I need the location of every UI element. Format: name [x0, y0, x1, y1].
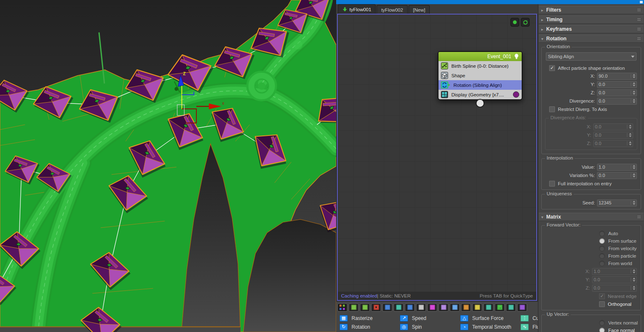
- depot-item-temporal-smooth[interactable]: ◔Temporal Smooth: [460, 323, 520, 331]
- display-color-swatch[interactable]: [513, 91, 519, 98]
- flow-tab-tyflow001[interactable]: tyFlow001: [338, 4, 376, 14]
- spinner-arrows[interactable]: [631, 165, 635, 169]
- restrict-divergence-checkbox[interactable]: Restrict Diverg. To Axis: [543, 105, 639, 113]
- depot-category-13-button[interactable]: [472, 303, 482, 312]
- spinner-value: 0.0: [599, 82, 605, 87]
- rollout-matrix[interactable]: ▾ Matrix: [539, 213, 644, 221]
- spinner-field[interactable]: 1.0: [597, 164, 637, 171]
- spinner-arrows[interactable]: [631, 91, 635, 95]
- depot-category-16-button[interactable]: [506, 303, 516, 312]
- event-output-connector[interactable]: [476, 99, 485, 108]
- spinner-arrows[interactable]: [627, 133, 632, 137]
- enabled-indicator-button[interactable]: [510, 18, 519, 27]
- window-titlebar[interactable]: [336, 0, 644, 4]
- forward-vector-radio-auto[interactable]: Auto: [543, 230, 639, 237]
- spinner-arrows[interactable]: [627, 141, 632, 145]
- nearest-edge-checkbox[interactable]: ✓Nearest edge: [543, 292, 639, 300]
- spinner-arrows[interactable]: [631, 82, 635, 86]
- depot-category-10-button[interactable]: [438, 303, 448, 312]
- radio-label: From world: [608, 261, 632, 266]
- up-vector-radio-face-normal[interactable]: Face normal: [543, 327, 639, 332]
- spinner-field[interactable]: 1.0: [592, 268, 637, 275]
- depot-item-rotation[interactable]: ↻Rotation: [339, 323, 400, 331]
- spinner-arrows[interactable]: [631, 99, 635, 103]
- orthogonal-checkbox[interactable]: Orthogonal: [543, 300, 639, 308]
- depot-category-9-button[interactable]: [427, 303, 437, 312]
- caching-status-link[interactable]: Caching enabled: [341, 293, 377, 298]
- drag-grip-icon[interactable]: [637, 18, 641, 22]
- spinner-arrows[interactable]: [631, 278, 635, 282]
- refresh-button[interactable]: [521, 18, 530, 27]
- spinner-field[interactable]: 0.0: [597, 89, 637, 96]
- rollout-keyframes[interactable]: ▸Keyframes: [539, 25, 644, 33]
- spinner-field[interactable]: 12345: [597, 199, 637, 207]
- depot-category-8-button[interactable]: [416, 303, 426, 312]
- rollout-timing[interactable]: ▸Timing: [539, 15, 644, 24]
- spinner-arrows[interactable]: [631, 74, 635, 78]
- event-operator-row[interactable]: Shape: [438, 71, 522, 80]
- depot-item-surface-force[interactable]: △Surface Force: [460, 314, 520, 322]
- forward-vector-radio-from-particle[interactable]: From particle: [543, 252, 639, 260]
- depot-category-17-button[interactable]: [517, 303, 527, 312]
- depot-category-15-button[interactable]: →: [495, 303, 505, 312]
- application-window: Z y x tyFlow001tyFlow002[New] Caching en…: [0, 0, 644, 332]
- depot-item-flu[interactable]: ∿Flu: [520, 323, 538, 331]
- depot-category-toolbar: ×→: [336, 301, 538, 313]
- full-interpolation-checkbox[interactable]: Full interpolation on entry: [543, 180, 639, 187]
- flow-tab-new[interactable]: [New]: [409, 5, 430, 14]
- rollout-rotation[interactable]: ▾ Rotation: [539, 34, 644, 43]
- drag-grip-icon[interactable]: [637, 8, 641, 12]
- checkbox-icon: ✓: [599, 293, 605, 299]
- forward-vector-radio-from-velocity[interactable]: From velocity: [543, 245, 639, 252]
- depot-category-4-button[interactable]: ×: [371, 303, 381, 312]
- window-button[interactable]: [640, 1, 643, 3]
- spinner-field[interactable]: 0.0: [593, 132, 633, 139]
- spinner-field[interactable]: 90.0: [597, 73, 637, 80]
- depot-category-3-button[interactable]: [360, 303, 370, 312]
- spinner-field[interactable]: 0.0: [597, 172, 637, 179]
- depot-all-categories-button[interactable]: [337, 303, 347, 312]
- rollout-title: Timing: [546, 17, 562, 22]
- event-node-header[interactable]: Event_001: [438, 52, 522, 61]
- spinner-field[interactable]: 0.0: [593, 140, 633, 147]
- depot-item-rasterize[interactable]: ▦Rasterize: [339, 314, 400, 322]
- spinner-field[interactable]: 0.0: [592, 285, 637, 292]
- spinner-field[interactable]: 0.0: [593, 123, 633, 130]
- viewport-3d[interactable]: Z y x: [0, 0, 336, 332]
- rollout-filters[interactable]: ▸Filters: [539, 6, 644, 14]
- forward-vector-radio-from-world[interactable]: From world: [543, 260, 639, 267]
- depot-category-7-button[interactable]: [405, 303, 415, 312]
- spinner-field[interactable]: 0.0: [597, 98, 637, 105]
- orientation-dropdown[interactable]: Sibling Align: [546, 52, 637, 61]
- spinner-arrows[interactable]: [631, 269, 635, 273]
- depot-category-5-button[interactable]: [382, 303, 392, 312]
- depot-category-6-button[interactable]: [394, 303, 404, 312]
- drag-grip-icon[interactable]: [637, 27, 641, 31]
- operator-label: Display (Geometry [x7....: [451, 92, 504, 97]
- depot-category-14-button[interactable]: [483, 303, 493, 312]
- depot-category-2-button[interactable]: [349, 303, 359, 312]
- spinner-field[interactable]: 0.0: [592, 276, 637, 283]
- spinner-field[interactable]: 0.0: [597, 81, 637, 88]
- event-operator-row[interactable]: Display (Geometry [x7....: [438, 90, 522, 99]
- lightbulb-icon[interactable]: [514, 54, 519, 59]
- depot-category-12-button[interactable]: [461, 303, 471, 312]
- spinner-label: Variation %:: [570, 173, 595, 178]
- event-node[interactable]: Event_001 Birth Spline (0-0: Distance)Sh…: [438, 51, 523, 100]
- flow-tab-tyflow002[interactable]: tyFlow002: [376, 5, 407, 14]
- forward-vector-radio-from-surface[interactable]: From surface: [543, 237, 639, 245]
- spinner-arrows[interactable]: [627, 125, 632, 129]
- spinner-arrows[interactable]: [631, 201, 635, 205]
- depot-item-speed[interactable]: ↗Speed: [400, 314, 460, 322]
- drag-grip-icon[interactable]: [637, 37, 641, 41]
- depot-category-11-button[interactable]: [450, 303, 460, 312]
- depot-item-cu[interactable]: ⋮Cu: [520, 314, 538, 322]
- spinner-arrows[interactable]: [631, 286, 635, 290]
- spinner-arrows[interactable]: [631, 173, 635, 177]
- affect-shape-checkbox[interactable]: ✓Affect particle shape orientation: [543, 64, 639, 72]
- drag-grip-icon[interactable]: [637, 215, 641, 219]
- event-operator-row[interactable]: Birth Spline (0-0: Distance): [438, 61, 522, 71]
- depot-item-spin[interactable]: ◎Spin: [400, 323, 460, 331]
- event-operator-row[interactable]: Rotation (Sibling Align): [438, 80, 522, 90]
- up-vector-radio-vertex-normal[interactable]: Vertex normal: [543, 319, 639, 327]
